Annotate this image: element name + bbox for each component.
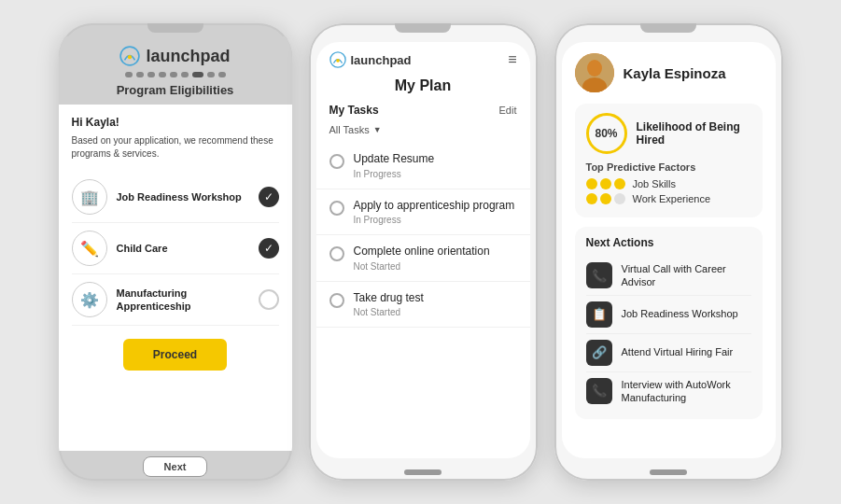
dot-f1-3 [614,178,625,189]
task-info-4: Take drug test Not Started [354,291,517,318]
task-name-4: Take drug test [354,291,517,306]
progress-dots [125,72,226,77]
proceed-button[interactable]: Proceed [123,339,227,371]
action-item-4[interactable]: 📞 Interview with AutoWork Manufacturing [586,372,751,411]
program-icon-2: ✏️ [72,231,107,266]
task-name-3: Complete online orientation [354,245,517,259]
action-item-1[interactable]: 📞 Virtual Call with Career Advisor [586,257,751,296]
factor-row-1: Job Skills [586,178,751,189]
svg-point-3 [336,59,340,63]
likelihood-label: Likelihood of Being Hired [637,120,751,147]
dot-f1-2 [600,178,611,189]
action-icon-1: 📞 [586,262,612,288]
program-item-1[interactable]: 🏢 Job Readiness Workshop ✓ [72,172,279,223]
dot-4 [159,72,166,77]
action-label-3: Attend Virtual Hiring Fair [622,345,734,358]
task-info-1: Update Resume In Progress [354,152,517,179]
next-button[interactable]: Next [143,456,208,477]
phone-1-logo-text: launchpad [146,47,230,66]
hamburger-menu-icon[interactable]: ≡ [508,51,516,68]
program-item-3[interactable]: ⚙️ Manufacturing Apprenticeship [72,274,279,326]
task-status-1: In Progress [354,169,517,179]
user-header: Kayla Espinoza [575,53,763,92]
phone-2: launchpad ≡ My Plan My Tasks Edit All Ta… [309,23,538,481]
dot-f1-1 [586,178,597,189]
dot-6 [181,72,189,77]
dot-2 [136,72,144,77]
dot-5 [170,72,177,77]
chevron-down-icon: ▼ [373,125,382,134]
dot-f2-1 [586,193,597,204]
launchpad-logo-icon [119,46,140,66]
phone-3: Kayla Espinoza 80% Likelihood of Being H… [554,23,783,481]
launchpad-logo-icon-2 [329,51,346,68]
all-tasks-filter[interactable]: All Tasks ▼ [316,120,530,143]
factor-label-1: Job Skills [633,178,676,189]
factor-dots-1 [586,178,625,189]
phone-3-home-btn [650,469,687,475]
edit-button[interactable]: Edit [499,105,517,116]
check-2[interactable]: ✓ [259,238,279,259]
svg-point-5 [587,60,602,77]
check-1[interactable]: ✓ [259,187,279,207]
program-name-1: Job Readiness Workshop [117,190,249,203]
dot-8 [207,72,215,77]
next-actions-card: Next Actions 📞 Virtual Call with Career … [575,227,763,419]
task-radio-3[interactable] [329,246,344,261]
my-tasks-label: My Tasks [329,104,379,117]
program-name-3: Manufacturing Apprenticeship [117,287,249,314]
action-label-1: Virtual Call with Career Advisor [622,262,751,289]
empty-check-3[interactable] [259,289,279,310]
greeting-text: Hi Kayla! [72,116,279,129]
task-radio-2[interactable] [329,201,344,216]
my-tasks-header: My Tasks Edit [316,104,530,120]
action-icon-2: 📋 [586,301,612,328]
dot-3 [147,72,155,77]
program-icon-1: 🏢 [72,179,107,215]
action-label-4: Interview with AutoWork Manufacturing [622,378,751,405]
dot-9 [218,72,226,77]
factor-row-2: Work Experience [586,193,751,204]
phone-1-notch [147,23,203,33]
task-radio-4[interactable] [329,293,344,308]
phones-container: launchpad Program Eligibilities Hi Kayla… [40,5,802,499]
action-label-2: Job Readiness Workshop [622,307,738,320]
dot-1 [125,72,133,77]
action-item-3[interactable]: 🔗 Attend Virtual Hiring Fair [586,334,751,372]
likelihood-row: 80% Likelihood of Being Hired [586,113,751,154]
phone-1-title: Program Eligibilities [117,83,234,97]
factor-dots-2 [586,193,625,204]
phone-2-notch [395,23,451,33]
phone-1-content: Hi Kayla! Based on your application, we … [59,105,292,451]
task-status-2: In Progress [354,215,517,225]
task-status-3: Not Started [354,261,517,272]
program-name-2: Child Care [117,242,249,255]
task-item-4[interactable]: Take drug test Not Started [316,282,530,329]
phone-3-notch [640,23,696,33]
user-name: Kayla Espinoza [624,65,726,81]
task-info-2: Apply to apprenticeship program In Progr… [354,199,517,226]
task-list: Update Resume In Progress Apply to appre… [316,143,530,458]
phone-1: launchpad Program Eligibilities Hi Kayla… [59,23,292,481]
action-icon-4: 📞 [586,378,612,404]
dot-f2-2 [600,193,611,204]
predictive-title: Top Predictive Factors [586,161,751,173]
dot-7 [192,72,203,77]
filter-label: All Tasks [329,124,370,135]
task-item-3[interactable]: Complete online orientation Not Started [316,235,530,282]
action-item-2[interactable]: 📋 Job Readiness Workshop [586,296,751,334]
likelihood-card: 80% Likelihood of Being Hired Top Predic… [575,104,763,217]
task-radio-1[interactable] [329,154,344,169]
phone-1-logo: launchpad [119,46,230,66]
task-item-1[interactable]: Update Resume In Progress [316,143,530,189]
program-item-2[interactable]: ✏️ Child Care ✓ [72,223,279,274]
task-item-2[interactable]: Apply to apprenticeship program In Progr… [316,189,530,236]
task-info-3: Complete online orientation Not Started [354,245,517,272]
svg-point-1 [128,55,132,59]
program-icon-3: ⚙️ [72,282,107,317]
phone-2-logo-text: launchpad [351,53,412,67]
description-text: Based on your application, we recommend … [72,134,279,161]
avatar [575,53,614,92]
phone-2-title: My Plan [316,74,530,104]
phone-1-header: launchpad Program Eligibilities [59,36,292,105]
